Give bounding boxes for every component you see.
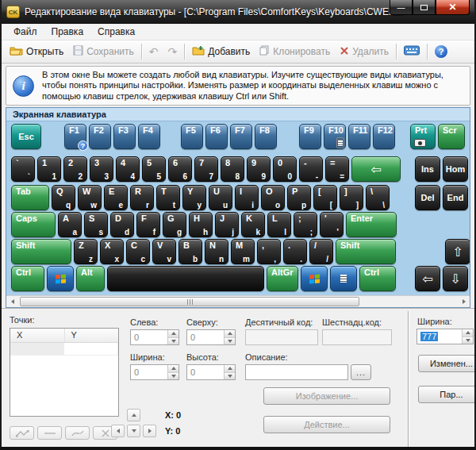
- key-space[interactable]: [107, 266, 264, 291]
- points-table[interactable]: X Y: [10, 328, 119, 417]
- key-f10[interactable]: F10: [324, 124, 346, 149]
- key-f1[interactable]: F1?: [64, 124, 86, 149]
- key-t[interactable]: Tt: [156, 185, 180, 210]
- key-x[interactable]: Xx: [100, 239, 124, 264]
- column-x[interactable]: X: [10, 329, 65, 342]
- key-f8[interactable]: F8: [255, 124, 277, 149]
- hex-code-field[interactable]: [322, 329, 392, 345]
- key-menu[interactable]: [330, 266, 357, 291]
- key-caps[interactable]: Caps: [11, 212, 56, 237]
- key-digit6[interactable]: 66: [168, 156, 192, 182]
- clone-button[interactable]: Клонировать: [255, 43, 335, 60]
- spin-down-button[interactable]: [168, 338, 178, 345]
- key-m[interactable]: Mm: [231, 239, 255, 264]
- key-slash[interactable]: //: [309, 239, 333, 264]
- key-backquote[interactable]: ``: [11, 156, 35, 182]
- open-button[interactable]: Открыть: [5, 43, 68, 60]
- key-f6[interactable]: F6: [205, 124, 228, 149]
- key-f3[interactable]: F3: [113, 124, 136, 149]
- key-digit0[interactable]: 00: [273, 156, 297, 182]
- key-enter[interactable]: Enter: [346, 212, 397, 237]
- resize-button[interactable]: Изменен...: [418, 355, 476, 372]
- key-f11[interactable]: F11: [348, 124, 370, 149]
- key-period[interactable]: ..: [283, 239, 307, 264]
- key-equals[interactable]: ==: [325, 156, 349, 182]
- key-esc[interactable]: Esc: [11, 124, 41, 149]
- menu-help[interactable]: Справка: [90, 25, 142, 39]
- key-v[interactable]: Vv: [152, 239, 176, 264]
- image-button[interactable]: Изображение...: [263, 387, 390, 405]
- key-digit1[interactable]: 11: [37, 156, 61, 182]
- key-alt[interactable]: Alt: [76, 266, 105, 291]
- key-f12[interactable]: F12: [373, 124, 395, 149]
- key-digit2[interactable]: 22: [63, 156, 87, 182]
- spin-up-button[interactable]: [463, 329, 473, 337]
- key-r[interactable]: Rr: [130, 185, 154, 210]
- key-semicolon[interactable]: ;;: [294, 212, 317, 237]
- key-rbracket[interactable]: ]]: [340, 185, 363, 210]
- table-row[interactable]: [10, 343, 118, 356]
- key-d[interactable]: Dd: [110, 212, 134, 237]
- spin-up-button[interactable]: [168, 330, 178, 338]
- spin-down-button[interactable]: [168, 373, 178, 380]
- menu-edit[interactable]: Правка: [44, 25, 91, 39]
- key-prtsc[interactable]: Prt: [410, 124, 436, 149]
- spin-down-button[interactable]: [225, 373, 235, 380]
- key-end[interactable]: End: [443, 185, 468, 210]
- key-quote[interactable]: '': [320, 212, 344, 237]
- spin-up-button[interactable]: [225, 330, 235, 338]
- top-spinner[interactable]: 0: [186, 329, 236, 345]
- key-f4[interactable]: F4: [138, 124, 160, 149]
- key-f9[interactable]: F9: [299, 124, 321, 149]
- key-h[interactable]: Hh: [189, 212, 213, 237]
- left-spinner[interactable]: 0: [130, 329, 179, 345]
- nudge-right-button[interactable]: [143, 425, 156, 437]
- key-del[interactable]: Del: [415, 185, 440, 210]
- maximize-button[interactable]: [413, 0, 436, 15]
- key-y[interactable]: Yy: [182, 185, 206, 210]
- redo-button[interactable]: ↷: [163, 44, 182, 59]
- nudge-up-button[interactable]: [127, 409, 140, 421]
- key-f5[interactable]: F5: [181, 124, 203, 149]
- column-y[interactable]: Y: [65, 329, 119, 342]
- key-digit7[interactable]: 77: [194, 156, 218, 182]
- key-k[interactable]: Kk: [241, 212, 265, 237]
- key-digit3[interactable]: 33: [90, 156, 113, 182]
- key-digit9[interactable]: 99: [247, 156, 271, 182]
- cell-y[interactable]: [64, 343, 118, 355]
- height-spinner[interactable]: 0: [186, 364, 236, 380]
- key-u[interactable]: Uu: [209, 185, 232, 210]
- key-a[interactable]: Aa: [58, 212, 82, 237]
- nudge-left-button[interactable]: [111, 425, 125, 437]
- key-arrow-up[interactable]: ⇧: [445, 239, 470, 264]
- key-arrow-left[interactable]: ⇦: [415, 266, 440, 291]
- key-scroll[interactable]: Scr: [438, 124, 465, 149]
- close-button[interactable]: ✕: [436, 0, 470, 15]
- spin-down-button[interactable]: [463, 337, 473, 344]
- key-shift-right[interactable]: Shift: [336, 239, 396, 264]
- key-e[interactable]: Ee: [104, 185, 128, 210]
- key-f2[interactable]: F2: [89, 124, 111, 149]
- key-l[interactable]: Ll: [267, 212, 291, 237]
- add-button[interactable]: Добавить: [187, 43, 255, 60]
- add-point-button[interactable]: [10, 426, 34, 440]
- params-button[interactable]: Пар...: [418, 386, 476, 403]
- spin-down-button[interactable]: [225, 338, 235, 345]
- curve-segment-button[interactable]: [65, 426, 90, 440]
- key-n[interactable]: Nn: [205, 239, 228, 264]
- key-lbracket[interactable]: [[: [313, 185, 337, 210]
- key-f[interactable]: Ff: [136, 212, 160, 237]
- save-button[interactable]: Сохранить: [68, 43, 139, 60]
- help-button[interactable]: ?: [430, 43, 452, 60]
- key-shift-left[interactable]: Shift: [11, 239, 71, 264]
- spin-up-button[interactable]: [225, 365, 235, 373]
- key-g[interactable]: Gg: [163, 212, 186, 237]
- description-field[interactable]: [245, 364, 348, 380]
- browse-button[interactable]: ...: [351, 364, 371, 380]
- key-home[interactable]: Hom: [443, 156, 468, 182]
- key-arrow-down[interactable]: ⇩: [443, 266, 468, 291]
- key-s[interactable]: Ss: [84, 212, 108, 237]
- key-ctrl-right[interactable]: Ctrl: [359, 266, 396, 291]
- kb-width-spinner[interactable]: 777: [416, 329, 474, 344]
- key-c[interactable]: Cc: [126, 239, 150, 264]
